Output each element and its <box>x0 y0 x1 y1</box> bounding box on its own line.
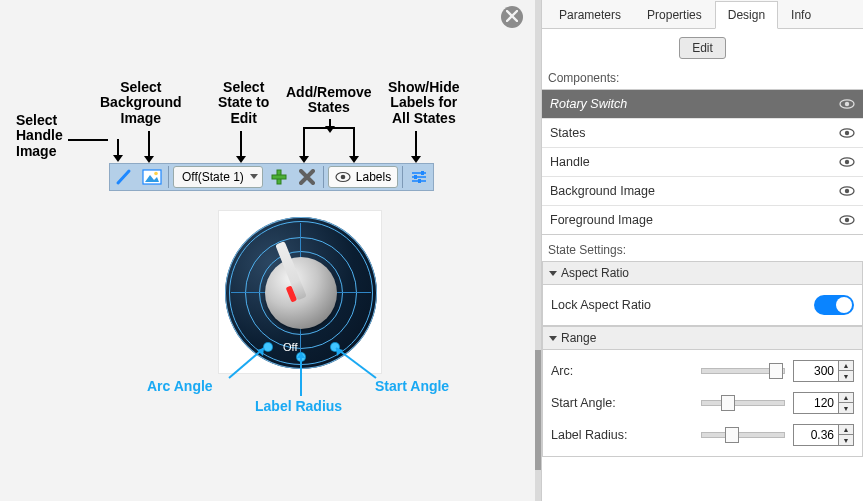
svg-rect-5 <box>272 175 286 179</box>
annot-select-handle-image: Select Handle Image <box>16 113 63 159</box>
separator <box>168 166 169 188</box>
component-item-background-image[interactable]: Background Image <box>542 177 863 206</box>
select-handle-image-button[interactable] <box>112 165 136 189</box>
state-settings-header: State Settings: <box>542 235 863 261</box>
slider-thumb[interactable] <box>725 427 739 443</box>
component-label: States <box>550 126 585 140</box>
eye-icon <box>839 185 855 197</box>
visibility-toggle[interactable] <box>839 98 855 110</box>
svg-line-16 <box>336 348 376 378</box>
svg-rect-11 <box>414 175 417 179</box>
tab-properties[interactable]: Properties <box>634 1 715 29</box>
spin-down[interactable]: ▼ <box>839 371 853 381</box>
toggle-labels-text: Labels <box>356 170 391 184</box>
close-icon <box>506 10 518 22</box>
label-radius-label: Label Radius: <box>551 428 693 442</box>
state-selector-combo[interactable]: Off(State 1) <box>173 166 263 188</box>
separator <box>402 166 403 188</box>
chevron-down-icon <box>250 174 258 179</box>
label-radius-spinbox[interactable]: ▲▼ <box>793 424 854 446</box>
visibility-toggle[interactable] <box>839 127 855 139</box>
visibility-toggle[interactable] <box>839 156 855 168</box>
annot-line <box>68 139 108 141</box>
spin-up[interactable]: ▲ <box>839 393 853 403</box>
plus-icon <box>270 168 288 186</box>
chevron-down-icon <box>549 336 557 341</box>
range-title: Range <box>561 331 596 345</box>
annot-start-angle: Start Angle <box>375 378 449 394</box>
aspect-ratio-body: Lock Aspect Ratio <box>542 284 863 326</box>
slider-thumb[interactable] <box>769 363 783 379</box>
annot-arrow <box>415 131 417 157</box>
eye-icon <box>335 171 352 183</box>
editor-canvas-pane: Select Handle Image Select Background Im… <box>0 0 535 501</box>
aspect-ratio-title: Aspect Ratio <box>561 266 629 280</box>
inspector-pane: Parameters Properties Design Info Edit C… <box>541 0 863 501</box>
annot-bracket <box>303 127 355 137</box>
pane-splitter[interactable] <box>535 0 541 501</box>
eye-icon <box>839 127 855 139</box>
lock-aspect-toggle[interactable] <box>814 295 854 315</box>
component-label: Background Image <box>550 184 655 198</box>
spin-up[interactable]: ▲ <box>839 425 853 435</box>
remove-state-button[interactable] <box>295 165 319 189</box>
select-background-image-button[interactable] <box>140 165 164 189</box>
label-radius-input[interactable] <box>794 425 838 445</box>
component-item-handle[interactable]: Handle <box>542 148 863 177</box>
range-section-header[interactable]: Range <box>542 326 863 350</box>
slider-thumb[interactable] <box>721 395 735 411</box>
start-angle-spinbox[interactable]: ▲▼ <box>793 392 854 414</box>
annot-arrow <box>148 131 150 157</box>
rotary-toolbar: Off(State 1) Labels <box>109 163 434 191</box>
arc-slider[interactable] <box>701 368 785 374</box>
label-radius-slider[interactable] <box>701 432 785 438</box>
component-item-states[interactable]: States <box>542 119 863 148</box>
image-icon <box>142 169 162 185</box>
arc-spinbox[interactable]: ▲▼ <box>793 360 854 382</box>
svg-point-23 <box>845 160 849 164</box>
start-angle-slider[interactable] <box>701 400 785 406</box>
svg-point-19 <box>845 102 849 106</box>
spin-down[interactable]: ▼ <box>839 435 853 445</box>
svg-point-25 <box>845 189 849 193</box>
range-body: Arc: ▲▼ Start Angle: ▲▼ Label Radius: ▲▼ <box>542 349 863 457</box>
aspect-ratio-section-header[interactable]: Aspect Ratio <box>542 261 863 285</box>
tab-parameters[interactable]: Parameters <box>546 1 634 29</box>
lock-aspect-label: Lock Aspect Ratio <box>551 298 806 312</box>
component-label: Foreground Image <box>550 213 653 227</box>
annot-arrow-stub <box>329 119 331 127</box>
state-label-off: Off <box>283 341 297 353</box>
spin-up[interactable]: ▲ <box>839 361 853 371</box>
add-state-button[interactable] <box>267 165 291 189</box>
svg-point-21 <box>845 131 849 135</box>
component-item-rotary-switch[interactable]: Rotary Switch <box>542 90 863 119</box>
component-item-foreground-image[interactable]: Foreground Image <box>542 206 863 234</box>
annot-arrow <box>117 139 119 156</box>
visibility-toggle[interactable] <box>839 185 855 197</box>
svg-rect-9 <box>421 171 424 175</box>
toggle-labels-button[interactable]: Labels <box>328 166 398 188</box>
chevron-down-icon <box>549 271 557 276</box>
annot-show-hide-labels: Show/Hide Labels for All States <box>388 80 460 126</box>
annot-arc-angle: Arc Angle <box>147 378 213 394</box>
settings-button[interactable] <box>407 165 431 189</box>
start-angle-input[interactable] <box>794 393 838 413</box>
tab-info[interactable]: Info <box>778 1 824 29</box>
close-button[interactable] <box>501 6 523 28</box>
annot-label-radius: Label Radius <box>255 398 342 414</box>
svg-rect-13 <box>418 179 421 183</box>
svg-point-27 <box>845 218 849 222</box>
spin-down[interactable]: ▼ <box>839 403 853 413</box>
components-header: Components: <box>542 67 863 89</box>
annot-arrow <box>303 137 305 157</box>
edit-button[interactable]: Edit <box>679 37 726 59</box>
annot-arrow <box>353 137 355 157</box>
annot-arrow <box>240 131 242 157</box>
arc-input[interactable] <box>794 361 838 381</box>
sliders-icon <box>410 170 428 184</box>
tab-design[interactable]: Design <box>715 1 778 29</box>
cross-delete-icon <box>299 169 315 185</box>
eye-icon <box>839 156 855 168</box>
visibility-toggle[interactable] <box>839 214 855 226</box>
inspector-tabbar: Parameters Properties Design Info <box>542 0 863 29</box>
